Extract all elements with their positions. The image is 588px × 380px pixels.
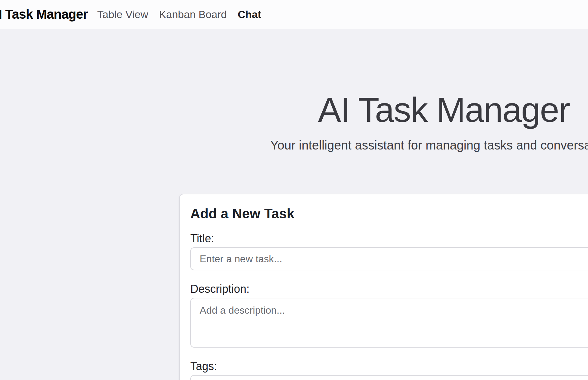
description-field-group: Description: — [190, 282, 588, 348]
page-title: AI Task Manager — [179, 89, 588, 131]
description-label: Description: — [190, 282, 588, 296]
tags-input[interactable] — [190, 375, 588, 380]
tags-label: Tags: — [190, 359, 588, 373]
nav-link-table-view[interactable]: Table View — [97, 8, 148, 21]
navbar-brand[interactable]: AI Task Manager — [0, 0, 88, 29]
title-label: Title: — [190, 232, 588, 245]
main-content: AI Task Manager Your intelligent assista… — [179, 0, 588, 380]
add-task-card: Add a New Task Title: Description: Tags: — [179, 194, 588, 380]
title-field-group: Title: — [190, 232, 588, 270]
tags-field-group: Tags: — [190, 359, 588, 380]
title-input[interactable] — [190, 247, 588, 270]
page-subtitle: Your intelligent assistant for managing … — [270, 137, 588, 153]
description-textarea[interactable] — [190, 298, 588, 348]
add-task-heading: Add a New Task — [190, 205, 588, 222]
